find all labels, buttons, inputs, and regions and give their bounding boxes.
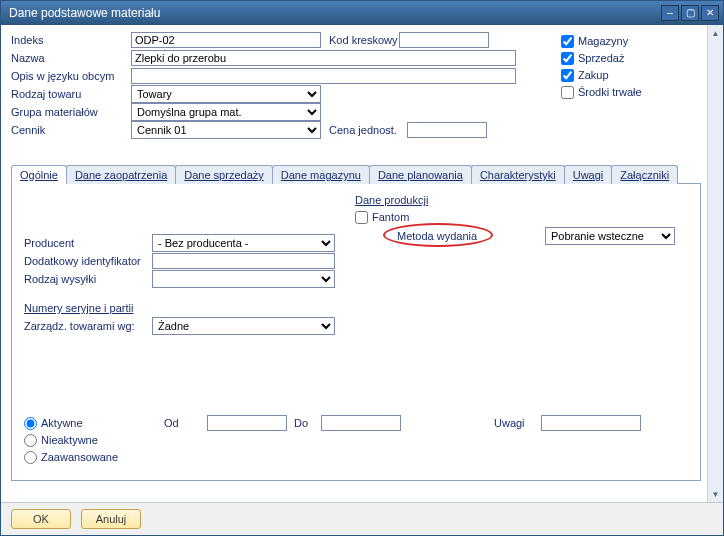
minimize-button[interactable]: – <box>661 5 679 21</box>
zakup-checkbox[interactable] <box>561 69 574 82</box>
cennik-select[interactable]: Cennik 01 <box>131 121 321 139</box>
do-input[interactable] <box>321 415 401 431</box>
metoda-wydania-label: Metoda wydania <box>355 230 495 242</box>
window-title: Dane podstawowe materiału <box>9 6 661 20</box>
opis-label: Opis w języku obcym <box>11 70 131 82</box>
srodki-trwale-label: Środki trwałe <box>578 86 642 98</box>
cena-jednost-input[interactable] <box>407 122 487 138</box>
nazwa-input[interactable] <box>131 50 516 66</box>
metoda-wydania-select[interactable]: Pobranie wsteczne <box>545 227 675 245</box>
cancel-button[interactable]: Anuluj <box>81 509 141 529</box>
kod-kreskowy-label: Kod kreskowy <box>329 34 399 46</box>
tab-charakterystyki[interactable]: Charakterystyki <box>471 165 565 184</box>
content-area: Indeks Kod kreskowy Nazwa Opis w języku … <box>1 25 723 502</box>
indeks-label: Indeks <box>11 34 131 46</box>
aktywne-label: Aktywne <box>41 417 83 429</box>
uwagi-input[interactable] <box>541 415 641 431</box>
window-frame: Dane podstawowe materiału – ▢ ✕ Indeks K… <box>0 0 724 536</box>
numery-seryjne-title: Numery seryjne i partii <box>24 302 339 314</box>
scroll-down-icon[interactable]: ▼ <box>708 486 723 502</box>
tab-uwagi[interactable]: Uwagi <box>564 165 613 184</box>
tab-zalaczniki[interactable]: Załączniki <box>611 165 678 184</box>
tab-dane-zaopatrzenia[interactable]: Dane zaopatrzenia <box>66 165 176 184</box>
producent-label: Producent <box>24 237 152 249</box>
zaawansowane-radio[interactable] <box>24 451 37 464</box>
cena-jednost-label: Cena jednost. <box>329 124 407 136</box>
zaawansowane-label: Zaawansowane <box>41 451 118 463</box>
close-button[interactable]: ✕ <box>701 5 719 21</box>
sprzedaz-checkbox[interactable] <box>561 52 574 65</box>
dane-produkcji-title: Dane produkcji <box>355 194 688 206</box>
sprzedaz-label: Sprzedaż <box>578 52 624 64</box>
grupa-materialow-select[interactable]: Domyślna grupa mat. <box>131 103 321 121</box>
zakup-label: Zakup <box>578 69 609 81</box>
do-label: Do <box>294 417 318 429</box>
rodzaj-wysylki-select[interactable] <box>152 270 335 288</box>
zarzadz-towarami-select[interactable]: Żadne <box>152 317 335 335</box>
tab-dane-sprzedazy[interactable]: Dane sprzedaży <box>175 165 273 184</box>
aktywne-radio[interactable] <box>24 417 37 430</box>
scroll-up-icon[interactable]: ▲ <box>708 25 723 41</box>
dodatkowy-identyfikator-label: Dodatkowy identyfikator <box>24 255 152 267</box>
opis-input[interactable] <box>131 68 516 84</box>
maximize-button[interactable]: ▢ <box>681 5 699 21</box>
magazyny-checkbox[interactable] <box>561 35 574 48</box>
tab-strip: Ogólnie Dane zaopatrzenia Dane sprzedaży… <box>11 165 701 184</box>
srodki-trwale-checkbox[interactable] <box>561 86 574 99</box>
titlebar: Dane podstawowe materiału – ▢ ✕ <box>1 1 723 25</box>
kod-kreskowy-input[interactable] <box>399 32 489 48</box>
rodzaj-towaru-select[interactable]: Towary <box>131 85 321 103</box>
zarzadz-towarami-label: Zarządz. towarami wg: <box>24 320 152 332</box>
cennik-label: Cennik <box>11 124 131 136</box>
fantom-checkbox[interactable] <box>355 211 368 224</box>
nieaktywne-label: Nieaktywne <box>41 434 98 446</box>
tab-dane-planowania[interactable]: Dane planowania <box>369 165 472 184</box>
tab-dane-magazynu[interactable]: Dane magazynu <box>272 165 370 184</box>
od-input[interactable] <box>207 415 287 431</box>
ok-button[interactable]: OK <box>11 509 71 529</box>
uwagi-label: Uwagi <box>494 417 538 429</box>
rodzaj-towaru-label: Rodzaj towaru <box>11 88 131 100</box>
tab-ogolnie[interactable]: Ogólnie <box>11 165 67 184</box>
rodzaj-wysylki-label: Rodzaj wysyłki <box>24 273 152 285</box>
vertical-scrollbar[interactable]: ▲ ▼ <box>707 25 723 502</box>
tab-panel-ogolnie: Producent - Bez producenta - Dodatkowy i… <box>11 183 701 481</box>
nieaktywne-radio[interactable] <box>24 434 37 447</box>
dodatkowy-identyfikator-input[interactable] <box>152 253 335 269</box>
producent-select[interactable]: - Bez producenta - <box>152 234 335 252</box>
magazyny-label: Magazyny <box>578 35 628 47</box>
fantom-label: Fantom <box>372 211 409 223</box>
od-label: Od <box>164 417 204 429</box>
nazwa-label: Nazwa <box>11 52 131 64</box>
grupa-materialow-label: Grupa materiałów <box>11 106 131 118</box>
indeks-input[interactable] <box>131 32 321 48</box>
footer-bar: OK Anuluj <box>1 502 723 535</box>
